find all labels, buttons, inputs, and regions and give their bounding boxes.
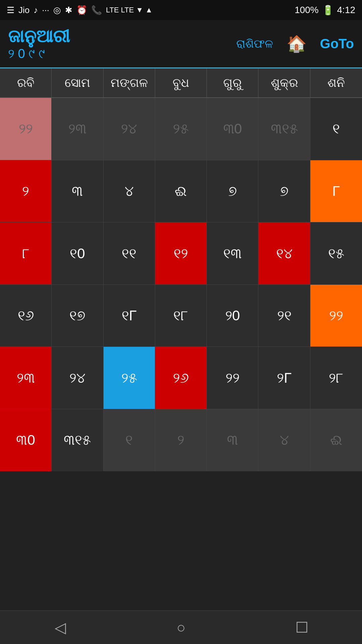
status-right: 100% 🔋 4:12	[295, 5, 355, 16]
recents-button[interactable]: ☐	[288, 614, 315, 641]
day-cell[interactable]: ୨୨	[207, 347, 258, 409]
day-cell[interactable]: ୨୪	[52, 347, 103, 409]
day-cell[interactable]: ୧୨	[155, 222, 207, 284]
calendar-grid: ରବି ସୋମ ମଙ୍ଗଳ ବୁଧ ଗୁରୁ ଶୁକ୍ର ଶନି ୨୨ ୨୩ ୨…	[0, 68, 362, 471]
battery-text: 100%	[295, 5, 319, 15]
day-cell[interactable]: Γ	[310, 160, 362, 222]
radio-icon: ◎	[53, 5, 61, 15]
day-header-mon: ସୋମ	[52, 68, 103, 97]
week-row-6: ୩0 ୩୧୫ ୧ ୨ ୩ ୪ ଈ	[0, 409, 362, 471]
day-cell[interactable]: ୨୬	[155, 347, 207, 409]
battery-icon: 🔋	[322, 5, 334, 16]
week-row-2: ୨ ୩ ୪ ଈ ୭ ୭ Γ	[0, 160, 362, 223]
spacer	[0, 471, 362, 610]
day-header-sat: ଶନି	[310, 68, 362, 97]
day-cell[interactable]: ୧୭	[52, 285, 103, 347]
more-icon: ···	[42, 5, 49, 15]
day-cell[interactable]: ୨Γ	[258, 347, 310, 409]
day-cell[interactable]: ୨	[155, 409, 207, 471]
week-row-3: ୮ ୧0 ୧୧ ୧୨ ୧୩ ୧୪ ୧୫	[0, 222, 362, 285]
recents-icon: ☐	[295, 619, 308, 636]
day-cell[interactable]: ୨୪	[104, 98, 155, 160]
status-left-icons: ☰ Jio ♪ ··· ◎ ✱ ⏰ 📞 LTE LTE ▼ ▲	[7, 5, 153, 15]
day-cell[interactable]: ୧0	[52, 222, 103, 284]
day-cell[interactable]: ୩୧୫	[258, 98, 310, 160]
day-cell[interactable]: ୧୩	[207, 222, 258, 284]
day-header-sun: ରବି	[0, 68, 52, 97]
day-cell[interactable]: ୧	[104, 409, 155, 471]
day-cell[interactable]: ୨୧	[258, 285, 310, 347]
week-row-1: ୨୨ ୨୩ ୨୪ ୨୫ ୩0 ୩୧୫ ୧	[0, 98, 362, 160]
day-cell[interactable]: ୧୮	[155, 285, 207, 347]
phone-icon: 📞	[91, 5, 102, 15]
lte-icon: LTE LTE ▼ ▲	[106, 6, 153, 14]
day-cell[interactable]: ୨୩	[0, 347, 52, 409]
week-row-5: ୨୩ ୨୪ ୨୫ ୨୬ ୨୨ ୨Γ ୨୮	[0, 347, 362, 409]
day-cell[interactable]: ୨୨	[0, 98, 52, 160]
day-cell[interactable]: ୩	[207, 409, 258, 471]
day-cell[interactable]: ୨୨	[310, 285, 362, 347]
rashifal-button[interactable]: ରାଶିଫଳ	[236, 37, 273, 51]
day-cell[interactable]: ୧୧	[104, 222, 155, 284]
back-button[interactable]: ◁	[47, 614, 74, 641]
day-cell[interactable]: ୮	[0, 222, 52, 284]
status-bar: ☰ Jio ♪ ··· ◎ ✱ ⏰ 📞 LTE LTE ▼ ▲ 100% 🔋 4…	[0, 0, 362, 20]
day-cell[interactable]: ୭	[258, 160, 310, 222]
day-cell[interactable]: ୪	[104, 160, 155, 222]
day-cell[interactable]: ୧	[310, 98, 362, 160]
day-cell[interactable]: ୧୪	[258, 222, 310, 284]
day-header-thu: ଗୁରୁ	[207, 68, 258, 97]
goto-button[interactable]: GoTo	[320, 36, 354, 51]
day-cell[interactable]: ୭	[207, 160, 258, 222]
music-icon: ♪	[34, 5, 38, 15]
month-label: ଜାନୁଆରୀ	[8, 26, 70, 47]
bottom-navigation: ◁ ○ ☐	[0, 610, 362, 644]
home-nav-icon: ○	[177, 619, 186, 636]
day-cell[interactable]: ୩0	[0, 409, 52, 471]
day-cell[interactable]: ୧୫	[310, 222, 362, 284]
alarm-icon: ⏰	[76, 5, 87, 15]
day-cell[interactable]: ୪	[258, 409, 310, 471]
day-cell[interactable]: ୨୫	[104, 347, 155, 409]
calendar-header: ଜାନୁଆରୀ ୨ 0 ୯ ୯ ରାଶିଫଳ 🏠 GoTo	[0, 20, 362, 68]
day-cell[interactable]: ଈ	[310, 409, 362, 471]
day-header-fri: ଶୁକ୍ର	[258, 68, 310, 97]
notification-icon: ☰	[7, 5, 14, 15]
home-nav-button[interactable]: ○	[168, 614, 194, 641]
day-cell[interactable]: ୧Γ	[104, 285, 155, 347]
header-actions[interactable]: ରାଶିଫଳ 🏠 GoTo	[236, 35, 354, 53]
day-cell[interactable]: ୨୩	[52, 98, 103, 160]
home-button[interactable]: 🏠	[287, 35, 307, 53]
day-cell[interactable]: ୨୫	[155, 98, 207, 160]
day-cell[interactable]: ୩୧୫	[52, 409, 103, 471]
day-headers-row: ରବି ସୋମ ମଙ୍ଗଳ ବୁଧ ଗୁରୁ ଶୁକ୍ର ଶନି	[0, 68, 362, 98]
week-row-4: ୧୬ ୧୭ ୧Γ ୧୮ ୨0 ୨୧ ୨୨	[0, 285, 362, 347]
day-cell[interactable]: ୨0	[207, 285, 258, 347]
back-icon: ◁	[55, 619, 66, 636]
time-display: 4:12	[337, 5, 356, 15]
jio-icon: Jio	[18, 5, 29, 15]
bluetooth-icon: ✱	[65, 5, 72, 15]
day-header-tue: ମଙ୍ଗଳ	[104, 68, 155, 97]
day-cell[interactable]: ୨୮	[310, 347, 362, 409]
header-month-year: ଜାନୁଆରୀ ୨ 0 ୯ ୯	[8, 26, 70, 61]
day-cell[interactable]: ୩	[52, 160, 103, 222]
day-cell[interactable]: ୩0	[207, 98, 258, 160]
day-header-wed: ବୁଧ	[155, 68, 207, 97]
day-cell[interactable]: ୧୬	[0, 285, 52, 347]
year-label: ୨ 0 ୯ ୯	[8, 47, 70, 61]
day-cell[interactable]: ୨	[0, 160, 52, 222]
day-cell[interactable]: ଈ	[155, 160, 207, 222]
